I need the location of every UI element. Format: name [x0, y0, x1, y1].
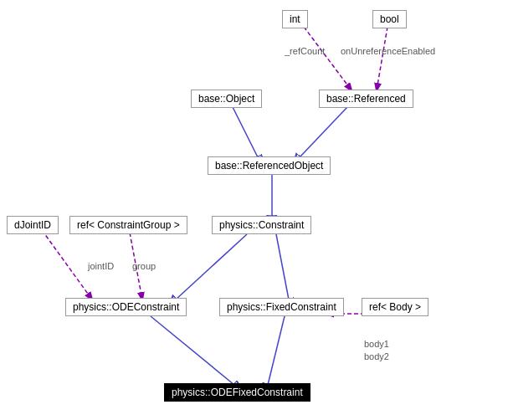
svg-line-11 [268, 316, 285, 385]
diagram-container: int bool _refCount onUnreferenceEnabled … [0, 0, 508, 420]
svg-line-2 [233, 107, 258, 157]
node-base-referenced: base::Referenced [319, 90, 413, 108]
node-int: int [282, 10, 308, 28]
svg-line-5 [42, 230, 92, 300]
node-bool: bool [372, 10, 407, 28]
svg-line-3 [300, 107, 347, 157]
node-physics-ode-constraint: physics::ODEConstraint [65, 298, 187, 316]
label-jointid: jointID [88, 261, 114, 271]
label-group: group [132, 261, 156, 271]
svg-line-10 [151, 316, 234, 385]
svg-line-8 [276, 234, 289, 300]
svg-line-0 [304, 27, 351, 90]
node-physics-constraint: physics::Constraint [212, 216, 311, 234]
label-refcount: _refCount [285, 46, 325, 56]
svg-line-7 [176, 234, 247, 300]
label-onunreference: onUnreferenceEnabled [341, 46, 435, 56]
svg-line-1 [377, 27, 387, 90]
node-physics-ode-fixed-constraint: physics::ODEFixedConstraint [164, 383, 310, 402]
node-base-referenced-object: base::ReferencedObject [208, 156, 331, 175]
node-base-object: base::Object [191, 90, 262, 108]
arrows-svg [0, 0, 508, 420]
node-physics-fixed-constraint: physics::FixedConstraint [219, 298, 344, 316]
label-body1: body1 [364, 339, 389, 349]
node-djointid: dJointID [7, 216, 59, 234]
node-ref-body: ref< Body > [362, 298, 428, 316]
node-ref-constraint-group: ref< ConstraintGroup > [69, 216, 187, 234]
label-body2: body2 [364, 351, 389, 361]
